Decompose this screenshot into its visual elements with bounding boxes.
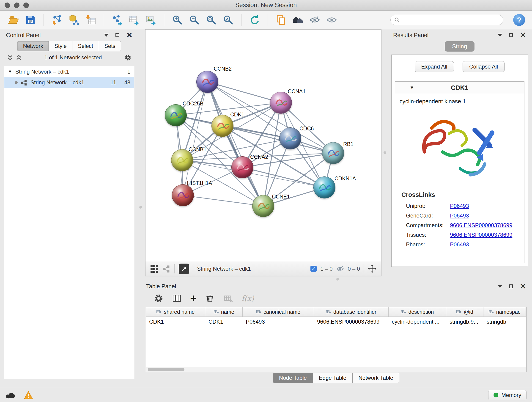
float-panel-icon[interactable]: [509, 284, 513, 288]
column-header--id[interactable]: @id: [446, 307, 483, 317]
vertical-splitter-handle[interactable]: [139, 206, 142, 209]
string-results-tab[interactable]: String: [445, 41, 474, 51]
network-node-ccne1[interactable]: [252, 195, 274, 217]
crosslink-value-link[interactable]: P06493: [450, 241, 469, 248]
horizontal-splitter-handle[interactable]: [336, 278, 339, 281]
collapse-all-icon[interactable]: [7, 54, 13, 61]
help-button[interactable]: ?: [513, 14, 525, 26]
expand-all-button[interactable]: Expand All: [415, 61, 454, 72]
tree-expand-icon[interactable]: ▼: [8, 69, 12, 74]
zoom-out-button[interactable]: [188, 13, 201, 27]
network-node-ccna1[interactable]: [270, 92, 292, 114]
zoom-fit-button[interactable]: [205, 13, 218, 27]
tab-sets[interactable]: Sets: [99, 41, 121, 51]
float-panel-icon[interactable]: [509, 33, 513, 37]
tab-node-table[interactable]: Node Table: [273, 373, 313, 383]
scrollbar-thumb[interactable]: [148, 368, 184, 371]
open-session-button[interactable]: [7, 13, 20, 27]
close-panel-icon[interactable]: ✕: [126, 32, 133, 39]
table-row[interactable]: CDK1CDK1P064939606.ENSP00000378699cyclin…: [146, 317, 526, 327]
collapse-panel-icon[interactable]: [104, 34, 109, 37]
gene-section-header[interactable]: ▼ CDK1: [395, 82, 524, 94]
search-box[interactable]: [390, 15, 503, 25]
minimize-window-button[interactable]: [14, 2, 19, 8]
cloud-icon[interactable]: [6, 391, 16, 399]
column-header-database-identifier[interactable]: database identifier: [314, 307, 389, 317]
hidden-eye-icon[interactable]: [336, 265, 344, 273]
close-window-button[interactable]: [5, 2, 10, 8]
search-input[interactable]: [402, 17, 499, 23]
zoom-in-button[interactable]: [171, 13, 184, 27]
export-network-button[interactable]: [110, 13, 124, 27]
export-table-button[interactable]: [127, 13, 141, 27]
refresh-view-button[interactable]: [248, 13, 261, 27]
table-cell[interactable]: 9606.ENSP00000378699: [314, 317, 389, 327]
birds-eye-view-button[interactable]: [179, 264, 189, 274]
network-collection-row[interactable]: ▼ String Network – cdk1 1: [4, 66, 134, 77]
column-header-name[interactable]: name: [205, 307, 243, 317]
table-settings-gear-icon[interactable]: [153, 293, 164, 303]
tab-network-table[interactable]: Network Table: [353, 373, 399, 383]
network-node-cdc25b[interactable]: [165, 104, 187, 126]
memory-button[interactable]: Memory: [488, 390, 526, 400]
float-panel-icon[interactable]: [115, 33, 119, 37]
clone-session-button[interactable]: [274, 13, 288, 27]
network-node-cdk1[interactable]: [211, 115, 234, 137]
show-graphics-button[interactable]: [325, 13, 338, 27]
save-session-button[interactable]: [24, 13, 37, 27]
tab-edge-table[interactable]: Edge Table: [313, 373, 353, 383]
import-network-database-button[interactable]: [67, 13, 80, 27]
network-node-cdkn1a[interactable]: [313, 177, 336, 198]
warning-icon[interactable]: [24, 390, 33, 400]
grid-view-icon[interactable]: [150, 265, 158, 273]
network-overview-icon[interactable]: [162, 265, 170, 273]
table-cell[interactable]: CDK1: [205, 317, 243, 327]
crosslink-value-link[interactable]: 9606.ENSP00000378699: [450, 232, 512, 238]
maximize-window-button[interactable]: [23, 2, 29, 8]
import-network-file-button[interactable]: [50, 13, 63, 27]
table-cell[interactable]: CDK1: [146, 317, 205, 327]
move-crosshair-icon[interactable]: [367, 264, 377, 274]
horizontal-scrollbar[interactable]: [146, 367, 526, 372]
network-node-ccnb2[interactable]: [196, 71, 218, 93]
network-node-cdc6[interactable]: [279, 128, 301, 149]
memory-label: Memory: [501, 392, 521, 398]
vertical-splitter-handle[interactable]: [384, 151, 386, 154]
column-header-description[interactable]: description: [389, 307, 446, 317]
hide-graphics-button[interactable]: [308, 13, 322, 27]
crosslink-value-link[interactable]: P06493: [450, 212, 469, 219]
home-panel-button[interactable]: [291, 13, 304, 27]
crosslink-row: Compartments:9606.ENSP00000378699: [395, 220, 524, 230]
select-columns-icon[interactable]: [172, 293, 182, 303]
collapse-panel-icon[interactable]: [498, 285, 502, 288]
column-header-shared-name[interactable]: shared name: [146, 307, 205, 317]
close-panel-icon[interactable]: ✕: [520, 32, 526, 39]
collapse-panel-icon[interactable]: [498, 34, 502, 37]
tab-network[interactable]: Network: [17, 41, 49, 51]
column-header-namespac[interactable]: namespac: [483, 307, 526, 317]
tab-select[interactable]: Select: [72, 41, 99, 51]
network-row-selected[interactable]: String Network – cdk1 11 48: [4, 77, 134, 88]
collapse-all-button[interactable]: Collapse All: [462, 61, 505, 72]
import-table-file-button[interactable]: [84, 13, 97, 27]
section-collapse-icon[interactable]: ▼: [410, 85, 414, 90]
expand-all-icon[interactable]: [16, 54, 22, 61]
network-node-rb1[interactable]: [322, 142, 344, 164]
column-header-canonical-name[interactable]: canonical name: [243, 307, 314, 317]
network-canvas[interactable]: CCNB2CCNA1CDC25BCDK1CDC6RB1CCNB1CCNA2CDK…: [146, 30, 381, 261]
zoom-selected-button[interactable]: [222, 13, 235, 27]
crosslink-value-link[interactable]: P06493: [450, 203, 469, 209]
selected-checkbox-icon[interactable]: ✓: [310, 266, 317, 272]
table-cell[interactable]: stringdb:9...: [446, 317, 483, 327]
network-node-hist1h1a[interactable]: [172, 184, 194, 206]
close-panel-icon[interactable]: ✕: [520, 283, 526, 290]
crosslink-value-link[interactable]: 9606.ENSP00000378699: [450, 222, 512, 229]
table-cell[interactable]: stringdb: [483, 317, 526, 327]
tab-style[interactable]: Style: [49, 41, 72, 51]
add-column-icon[interactable]: +: [190, 293, 196, 304]
table-cell[interactable]: P06493: [243, 317, 314, 327]
gear-icon[interactable]: [124, 54, 132, 61]
trash-icon[interactable]: [205, 293, 215, 303]
table-cell[interactable]: cyclin-dependent ...: [389, 317, 446, 327]
export-image-button[interactable]: [144, 13, 158, 27]
